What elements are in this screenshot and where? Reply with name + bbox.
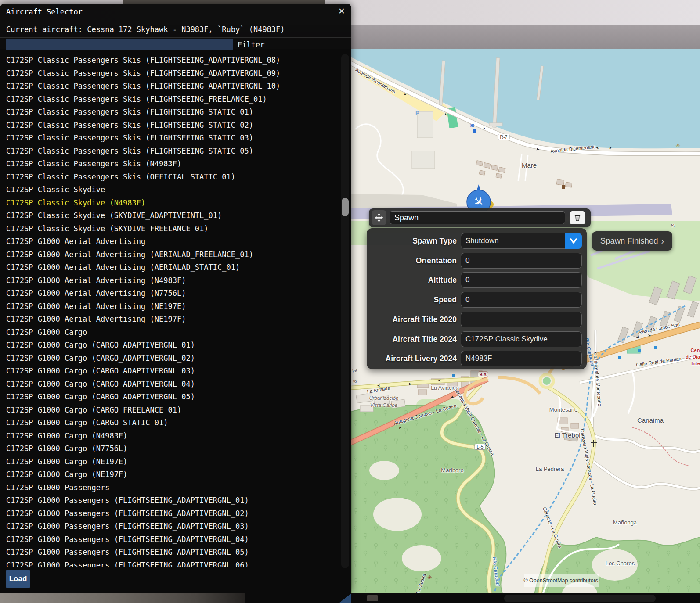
aircraft-list-item[interactable]: C172SP G1000 Passengers (FLIGHTSEEING_AD… (0, 559, 337, 568)
aircraft-list-item[interactable]: C172SP G1000 Cargo (CARGO_ADAPTIVERGNL_0… (0, 365, 337, 378)
screen: P ≋ ✳ ✳ ➤ ➤ ➤ ➤ ➤ ➤ ➤ ➤ (0, 0, 700, 603)
spawn-type-select[interactable]: Shutdown (461, 233, 582, 249)
aircraft-list-item[interactable]: C172SP Classic Passengers Skis (FLIGHTSE… (0, 106, 337, 119)
aircraft-list-item[interactable]: C172SP G1000 Passengers (FLIGHTSEEING_AD… (0, 507, 337, 520)
spawn-type-dropdown-button[interactable] (565, 233, 582, 249)
aircraft-list-item[interactable]: C172SP G1000 Cargo (CARGO_ADAPTIVERGNL_0… (0, 391, 337, 404)
aircraft-list-item[interactable]: C172SP G1000 Cargo (CARGO_ADAPTIVERGNL_0… (0, 352, 337, 365)
aircraft-list-item[interactable]: C172SP G1000 Passengers (FLIGHTSEEING_AD… (0, 546, 337, 559)
load-button[interactable]: Load (6, 570, 30, 588)
aircraft-title-2024-label: Aircraft Title 2024 (367, 331, 457, 347)
chevron-down-icon (569, 237, 578, 245)
parking-lot (417, 111, 433, 138)
filter-input[interactable] (6, 39, 233, 50)
viewpoint-icon: ✳ (427, 574, 432, 581)
aircraft-list-item[interactable]: C172SP G1000 Aerial Advertising (AERIALA… (0, 248, 337, 262)
svg-text:≋: ≋ (470, 122, 475, 129)
aircraft-list-item[interactable]: C172SP Classic Skydive (0, 183, 337, 197)
parking-lot (412, 151, 435, 169)
bottom-bar (0, 593, 700, 603)
move-handle[interactable] (372, 210, 386, 225)
aircraft-list-item[interactable]: C172SP G1000 Cargo (NE197F) (0, 468, 337, 481)
aircraft-list-item[interactable]: C172SP Classic Skydive (SKYDIVE_FREELANC… (0, 223, 337, 236)
aircraft-list-item[interactable]: C172SP G1000 Aerial Advertising (N7756L) (0, 287, 337, 300)
spawn-finished-label: Spawn Finished (600, 236, 658, 246)
aircraft-list-item[interactable]: C172SP G1000 Aerial Advertising (NE197E) (0, 300, 337, 313)
aircraft-list-item[interactable]: C172SP Classic Skydive (SKYDIVE_ADAPTIVE… (0, 209, 337, 223)
aircraft-list-item[interactable]: C172SP Classic Passengers Skis (FLIGHTSE… (0, 54, 337, 67)
aircraft-livery-2024-label: Aircraft Livery 2024 (367, 351, 457, 366)
aircraft-list-item[interactable]: C172SP G1000 Cargo (NE197E) (0, 456, 337, 469)
aircraft-list-item[interactable]: C172SP G1000 Aerial Advertising (NE197F) (0, 313, 337, 326)
aircraft-list-item[interactable]: C172SP Classic Passengers Skis (FLIGHTSE… (0, 145, 337, 158)
aircraft-list-item[interactable]: C172SP G1000 Cargo (0, 326, 337, 339)
aircraft-list-item[interactable]: C172SP Classic Passengers Skis (FLIGHTSE… (0, 119, 337, 132)
aircraft-list-item[interactable]: C172SP Classic Passengers Skis (N4983F) (0, 158, 337, 171)
svg-text:➤: ➤ (437, 378, 441, 383)
scrollbar-track[interactable] (341, 54, 349, 568)
bottom-bar-wedge (339, 593, 351, 603)
bottom-bar-left (0, 593, 245, 603)
aircraft-list-item[interactable]: C172SP Classic Passengers Skis (FLIGHTSE… (0, 67, 337, 80)
speed-row: Speed (367, 292, 587, 308)
spawn-name-input[interactable] (390, 211, 565, 224)
altitude-label: Altitude (367, 272, 457, 288)
aircraft-list-item[interactable]: C172SP G1000 Passengers (FLIGHTSEEING_AD… (0, 520, 337, 533)
aircraft-title-2020-input[interactable] (461, 312, 582, 327)
close-icon[interactable]: ✕ (336, 5, 348, 18)
svg-text:➤: ➤ (609, 146, 612, 150)
spawn-type-label: Spawn Type (367, 233, 457, 249)
trash-icon (574, 214, 581, 222)
aircraft-list-item[interactable]: C172SP G1000 Cargo (N4983F) (0, 430, 337, 443)
aircraft-livery-2024-input[interactable] (461, 351, 582, 366)
aircraft-list-item[interactable]: C172SP G1000 Cargo (CARGO_FREELANCE_01) (0, 404, 337, 417)
aircraft-title-2020-label: Aircraft Title 2020 (367, 312, 457, 327)
aircraft-list: C172SP Classic Passengers Skis (FLIGHTSE… (0, 54, 337, 567)
window-title: Aircraft Selector (6, 4, 83, 19)
aircraft-title-2024-input[interactable] (461, 331, 582, 347)
aircraft-list-item[interactable]: C172SP Classic Passengers Skis (FLIGHTSE… (0, 80, 337, 93)
aircraft-list-item[interactable]: C172SP G1000 Aerial Advertising (AERIALA… (0, 261, 337, 274)
speed-input[interactable] (461, 292, 582, 308)
altitude-input[interactable] (461, 272, 582, 288)
aircraft-list-item[interactable]: C172SP G1000 Cargo (CARGO_ADAPTIVERGNL_0… (0, 378, 337, 391)
delete-spawn-button[interactable] (570, 211, 585, 224)
orientation-row: Orientation (367, 253, 587, 269)
bottom-bar-dock (504, 595, 656, 602)
aircraft-livery-2024-row: Aircraft Livery 2024 (367, 351, 587, 366)
aircraft-list-item[interactable]: C172SP G1000 Cargo (CARGO_ADAPTIVERGNL_0… (0, 339, 337, 352)
divider (0, 37, 351, 38)
move-icon (374, 213, 384, 223)
orientation-label: Orientation (367, 253, 457, 269)
aircraft-list-item[interactable]: C172SP G1000 Cargo (N7756L) (0, 442, 337, 456)
orientation-input[interactable] (461, 253, 582, 269)
aircraft-list-item[interactable]: C172SP G1000 Aerial Advertising (N4983F) (0, 274, 337, 287)
svg-text:➤: ➤ (408, 382, 412, 386)
bottom-bar-item (367, 595, 378, 601)
svg-text:P: P (415, 110, 419, 116)
spawn-toolbar (369, 208, 591, 227)
speed-label: Speed (367, 292, 457, 308)
scrollbar-thumb[interactable] (342, 198, 349, 216)
map-attribution: © OpenStreetMap contributors. (524, 574, 599, 587)
svg-text:➤: ➤ (595, 146, 599, 150)
aircraft-list-item[interactable]: C172SP G1000 Passengers (FLIGHTSEEING_AD… (0, 533, 337, 546)
svg-text:➤: ➤ (377, 384, 381, 388)
aircraft-list-item[interactable]: C172SP Classic Passengers Skis (FLIGHTSE… (0, 132, 337, 145)
monument-icon (562, 185, 565, 189)
divider (0, 20, 351, 20)
aircraft-list-item[interactable]: C172SP G1000 Passengers (0, 481, 337, 495)
aircraft-list-item[interactable]: C172SP G1000 Passengers (FLIGHTSEEING_AD… (0, 494, 337, 507)
filter-label: Filter (238, 39, 264, 50)
viewpoint-icon: ✳ (675, 142, 681, 149)
aircraft-title-2020-row: Aircraft Title 2020 (367, 312, 587, 327)
aircraft-list-item[interactable]: C172SP Classic Passengers Skis (OFFICIAL… (0, 171, 337, 184)
spawn-form: Spawn Type Shutdown Orientation Altitude… (367, 228, 587, 369)
chevron-right-icon: › (661, 236, 664, 246)
aircraft-list-item[interactable]: C172SP Classic Skydive (N4983F) (0, 197, 337, 210)
aircraft-list-item[interactable]: C172SP G1000 Aerial Advertising (0, 235, 337, 248)
aircraft-list-item[interactable]: C172SP G1000 Cargo (CARGO_STATIC_01) (0, 416, 337, 430)
spawn-finished-button[interactable]: Spawn Finished › (592, 231, 672, 251)
aircraft-list-item[interactable]: C172SP Classic Passengers Skis (FLIGHTSE… (0, 93, 337, 106)
altitude-row: Altitude (367, 272, 587, 288)
